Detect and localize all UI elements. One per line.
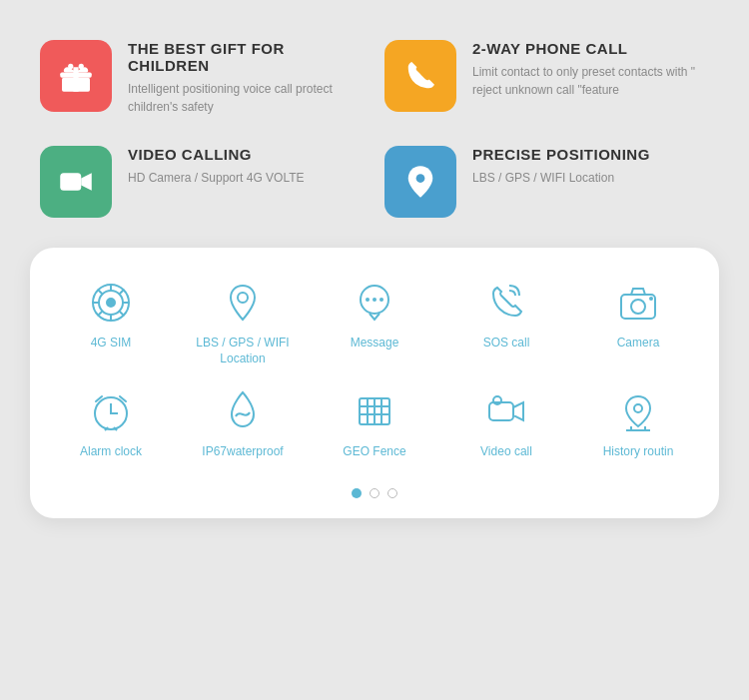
lbs-gps-icon: [218, 278, 268, 328]
feature-location-title: PRECISE POSITIONING: [472, 146, 650, 163]
feature-gift: THE BEST GIFT FOR CHILDREN Intelligent p…: [40, 40, 365, 116]
phone-icon: [399, 55, 441, 97]
feature-phone: 2-WAY PHONE CALL Limit contact to only p…: [384, 40, 709, 116]
video-call-label: Video call: [480, 444, 532, 460]
dot-3[interactable]: [387, 488, 397, 498]
geo-fence-icon: [350, 386, 399, 436]
video-call-icon: [481, 386, 531, 436]
feature-location: PRECISE POSITIONING LBS / GPS / WIFI Loc…: [384, 146, 709, 218]
svg-point-25: [649, 297, 653, 301]
camera-icon: [613, 278, 663, 328]
icon-item-4g-sim: 4G SIM: [50, 278, 172, 366]
dot-1[interactable]: [352, 488, 362, 498]
feature-location-desc: LBS / GPS / WIFI Location: [472, 169, 650, 187]
svg-point-3: [68, 64, 73, 69]
ip67-label: IP67waterproof: [202, 444, 283, 460]
alarm-clock-icon: [86, 386, 136, 436]
feature-gift-desc: Intelligent positioning voice call prote…: [128, 80, 365, 116]
gift-icon: [55, 55, 97, 97]
svg-point-21: [373, 298, 376, 302]
history-routin-icon: [613, 386, 663, 436]
4g-sim-icon: [86, 278, 136, 328]
feature-gift-text: THE BEST GIFT FOR CHILDREN Intelligent p…: [128, 40, 365, 116]
phone-icon-bg: [384, 40, 456, 112]
pagination-dots: [50, 484, 699, 498]
svg-point-17: [107, 299, 115, 307]
sos-call-icon: [481, 278, 531, 328]
message-label: Message: [351, 336, 399, 351]
svg-line-13: [98, 290, 103, 295]
feature-video-text: VIDEO CALLING HD Camera / Support 4G VOL…: [128, 146, 305, 187]
svg-point-20: [366, 298, 370, 302]
features-card: 4G SIM LBS / GPS / WIFI Location Message: [30, 248, 719, 518]
svg-line-16: [98, 312, 103, 317]
sos-call-label: SOS call: [483, 336, 530, 351]
icon-grid: 4G SIM LBS / GPS / WIFI Location Message: [50, 278, 699, 460]
feature-video-desc: HD Camera / Support 4G VOLTE: [128, 169, 305, 187]
features-section: THE BEST GIFT FOR CHILDREN Intelligent p…: [0, 0, 749, 238]
geo-fence-label: GEO Fence: [343, 444, 405, 460]
svg-rect-5: [60, 173, 81, 191]
icon-item-geo-fence: GEO Fence: [314, 386, 435, 460]
icon-item-ip67: IP67waterproof: [182, 386, 304, 460]
svg-point-6: [416, 174, 425, 183]
svg-point-24: [631, 300, 645, 314]
svg-rect-2: [73, 67, 78, 92]
video-icon-bg: [40, 146, 112, 218]
dot-2[interactable]: [370, 488, 379, 498]
svg-rect-35: [489, 402, 513, 420]
feature-phone-desc: Limit contact to only preset contacts wi…: [472, 63, 709, 99]
feature-gift-title: THE BEST GIFT FOR CHILDREN: [128, 40, 365, 74]
feature-phone-text: 2-WAY PHONE CALL Limit contact to only p…: [472, 40, 709, 99]
feature-video: VIDEO CALLING HD Camera / Support 4G VOL…: [40, 146, 365, 218]
icon-item-lbs-gps: LBS / GPS / WIFI Location: [182, 278, 304, 366]
svg-line-15: [120, 290, 125, 295]
icon-item-alarm-clock: Alarm clock: [50, 386, 172, 460]
feature-phone-title: 2-WAY PHONE CALL: [472, 40, 709, 57]
gift-icon-bg: [40, 40, 112, 112]
video-calling-icon: [55, 161, 97, 203]
icon-item-history: History routin: [577, 386, 699, 460]
icon-item-camera: Camera: [577, 278, 699, 366]
svg-point-4: [79, 64, 84, 69]
camera-label: Camera: [617, 336, 660, 351]
icon-item-sos-call: SOS call: [445, 278, 567, 366]
ip67-waterproof-icon: [218, 386, 268, 436]
feature-video-title: VIDEO CALLING: [128, 146, 305, 163]
4g-sim-label: 4G SIM: [91, 336, 132, 351]
location-icon-bg: [384, 146, 456, 218]
svg-point-22: [379, 298, 383, 302]
svg-line-14: [120, 312, 125, 317]
svg-point-18: [238, 293, 248, 303]
location-icon: [399, 161, 441, 203]
icon-item-message: Message: [314, 278, 435, 366]
icon-item-video-call: Video call: [445, 386, 567, 460]
history-label: History routin: [603, 444, 674, 460]
message-icon: [350, 278, 399, 328]
alarm-clock-label: Alarm clock: [80, 444, 142, 460]
lbs-gps-label: LBS / GPS / WIFI Location: [182, 336, 304, 366]
feature-location-text: PRECISE POSITIONING LBS / GPS / WIFI Loc…: [472, 146, 650, 187]
svg-point-37: [634, 404, 642, 412]
